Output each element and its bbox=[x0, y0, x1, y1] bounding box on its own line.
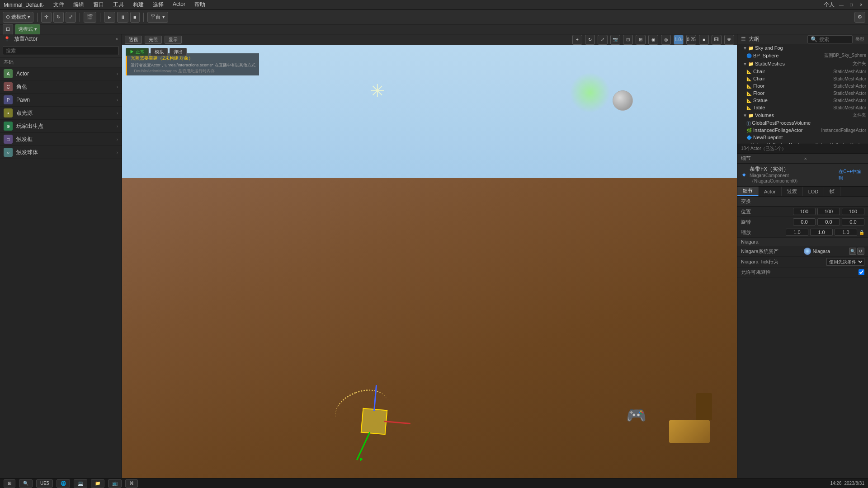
tab-lod[interactable]: LOD bbox=[803, 187, 825, 196]
niagara-reset-btn[interactable]: ↺ bbox=[857, 248, 864, 255]
viewport-lit-btn[interactable]: 光照 bbox=[145, 36, 162, 44]
tree-item-floor-2[interactable]: 📐 Floor StaticMeshActor bbox=[737, 89, 868, 97]
trigger-box-item[interactable]: □ 触发框 › bbox=[0, 133, 122, 146]
play-button[interactable]: ► bbox=[104, 12, 115, 23]
location-y-value[interactable]: 100 bbox=[817, 208, 840, 215]
pawn-item[interactable]: P Pawn › bbox=[0, 94, 122, 107]
snap-value-btn[interactable]: 选模式 ▾ bbox=[15, 24, 40, 35]
viewport-icon-stat[interactable]: 1.0₇ bbox=[674, 35, 684, 45]
viewport-icon-film[interactable]: 🎞 bbox=[712, 35, 722, 45]
cpp-link[interactable]: 在C++中编辑 bbox=[839, 169, 864, 181]
actor-arrow-icon: › bbox=[117, 71, 118, 76]
tree-item-chair-1[interactable]: 📐 Chair StaticMeshActor bbox=[737, 68, 868, 75]
character-item[interactable]: C 角色 › bbox=[0, 80, 122, 94]
menu-edit[interactable]: 编辑 bbox=[71, 0, 86, 9]
transform-move-btn[interactable]: ✛ bbox=[41, 12, 52, 23]
viewport-icon-camera[interactable]: 📷 bbox=[610, 35, 620, 45]
stop-button[interactable]: ■ bbox=[130, 12, 140, 23]
snap-btn[interactable]: ⊡ bbox=[3, 24, 13, 35]
taskbar-start-btn[interactable]: ⊞ bbox=[4, 479, 15, 488]
maximize-button[interactable]: □ bbox=[848, 2, 854, 8]
tree-item-newblueprint[interactable]: 🔷 NewBlueprint bbox=[737, 134, 868, 141]
taskbar-search[interactable]: 🔍 bbox=[19, 479, 33, 488]
tree-item-staticmeshes[interactable]: ▼ 📁 StaticMeshes 文件夹 bbox=[737, 60, 868, 68]
details-close-button[interactable]: × bbox=[804, 156, 865, 161]
menu-build[interactable]: 构建 bbox=[131, 0, 146, 9]
outliner-search-input[interactable] bbox=[819, 37, 851, 42]
taskbar-code[interactable]: 💻 bbox=[74, 479, 87, 488]
rotation-x-value[interactable]: 0.0 bbox=[793, 218, 816, 225]
viewport-perspective-btn[interactable]: 透视 bbox=[125, 36, 142, 44]
scale-z-value[interactable]: 1.0 bbox=[835, 229, 857, 236]
viewport-icon-rotate[interactable]: ↻ bbox=[585, 35, 595, 45]
viewport-eject-button[interactable]: 弹出 bbox=[170, 48, 187, 56]
location-x-value[interactable]: 100 bbox=[793, 208, 816, 215]
lock-icon: 🔒 bbox=[859, 230, 864, 235]
tree-item-floor-1[interactable]: 📐 Floor StaticMeshActor bbox=[737, 82, 868, 89]
actor-label: Actor bbox=[16, 70, 113, 77]
actor-item[interactable]: A Actor › bbox=[0, 67, 122, 80]
mode-icon: ⊕ bbox=[6, 14, 10, 20]
scale-x-value[interactable]: 1.0 bbox=[786, 229, 808, 236]
menu-file[interactable]: 文件 bbox=[52, 0, 66, 9]
location-z-value[interactable]: 100 bbox=[842, 208, 864, 215]
close-button[interactable]: × bbox=[858, 2, 864, 8]
platform-dropdown[interactable]: 平台 ▾ bbox=[147, 12, 168, 23]
tree-item-postprocess[interactable]: ◫ GlobalPostProcessVolume bbox=[737, 119, 868, 127]
viewport-icon-translate[interactable]: + bbox=[572, 35, 582, 45]
viewport-icon-settings[interactable]: 0.25 bbox=[686, 35, 696, 45]
tree-item-sky-fog[interactable]: ▼ 📁 Sky and Fog bbox=[737, 44, 868, 52]
player-start-item[interactable]: ⊕ 玩家出生点 › bbox=[0, 120, 122, 133]
mode-button[interactable]: ⊕ 选模式 ▾ bbox=[3, 12, 33, 23]
tree-item-foliage[interactable]: 🌿 InstancedFoliageActor InstancedFoliage… bbox=[737, 127, 868, 134]
tree-item-chair-2[interactable]: 📐 Chair StaticMeshActor bbox=[737, 75, 868, 82]
point-light-item[interactable]: • 点光源 › bbox=[0, 107, 122, 120]
taskbar-explorer[interactable]: 📁 bbox=[91, 479, 104, 488]
niagara-tick-dropdown[interactable]: 使用先决条件 bbox=[826, 258, 864, 266]
tab-transition[interactable]: 过渡 bbox=[782, 187, 803, 196]
menu-actor[interactable]: Actor bbox=[171, 0, 187, 9]
viewport-icon-maximize[interactable]: ⊡ bbox=[623, 35, 633, 45]
minimize-button[interactable]: — bbox=[838, 2, 844, 8]
tab-frame[interactable]: 帧 bbox=[824, 187, 840, 196]
viewport-play-controls: ▶ 正常 模拟 弹出 bbox=[126, 48, 187, 56]
left-search-input[interactable] bbox=[3, 46, 119, 55]
taskbar-chrome[interactable]: 🌐 bbox=[57, 479, 70, 488]
tab-details[interactable]: 细节 bbox=[737, 187, 759, 196]
viewport-show-btn[interactable]: 显示 bbox=[165, 36, 182, 44]
menu-tools[interactable]: 工具 bbox=[111, 0, 126, 9]
rotation-y-value[interactable]: 0.0 bbox=[817, 218, 840, 225]
viewport-icon-snap[interactable]: ◉ bbox=[648, 35, 658, 45]
transform-scale-btn[interactable]: ⤢ bbox=[66, 12, 76, 23]
transform-rotate-btn[interactable]: ↻ bbox=[53, 12, 64, 23]
tree-item-table[interactable]: 📐 Table StaticMeshActor bbox=[737, 104, 868, 111]
tree-item-statue[interactable]: 📐 Statue StaticMeshActor bbox=[737, 97, 868, 104]
place-actor-close[interactable]: × bbox=[115, 37, 118, 42]
menu-select[interactable]: 选择 bbox=[151, 0, 165, 9]
camera-btn[interactable]: 🎬 bbox=[84, 12, 96, 23]
menu-window[interactable]: 窗口 bbox=[91, 0, 106, 9]
settings-button[interactable]: ⚙ bbox=[854, 12, 865, 23]
scale-y-value[interactable]: 1.0 bbox=[810, 229, 833, 236]
scalability-checkbox[interactable] bbox=[859, 269, 864, 275]
viewport-icon-eye[interactable]: 👁 bbox=[724, 35, 734, 45]
rotation-z-value[interactable]: 0.0 bbox=[842, 218, 864, 225]
tree-item-bp-sphere[interactable]: 🔵 BP_Sphere 蓝图BP_Sky_Sphere bbox=[737, 52, 868, 60]
tree-item-volumes[interactable]: ▼ 📁 Volumes 文件夹 bbox=[737, 111, 868, 119]
viewport-play-button[interactable]: ▶ 正常 bbox=[126, 48, 149, 56]
viewport-canvas[interactable]: ✳ 🎮 bbox=[122, 45, 737, 488]
niagara-browse-btn[interactable]: 🔍 bbox=[849, 248, 856, 255]
viewport-icon-realtime[interactable]: ■ bbox=[699, 35, 709, 45]
taskbar-ue5[interactable]: UE5 bbox=[36, 479, 53, 488]
viewport-icon-snap2[interactable]: ◎ bbox=[661, 35, 671, 45]
viewport-icon-grid[interactable]: ⊞ bbox=[636, 35, 646, 45]
tab-actor[interactable]: Actor bbox=[759, 187, 782, 196]
taskbar-cmd[interactable]: ⌘ bbox=[125, 479, 138, 488]
menu-help[interactable]: 帮助 bbox=[193, 0, 207, 9]
simulate-button[interactable]: ⏸ bbox=[117, 12, 128, 23]
trigger-sphere-item[interactable]: ○ 触发球体 › bbox=[0, 146, 122, 159]
viewport-simulate-button[interactable]: 模拟 bbox=[151, 48, 168, 56]
taskbar-obs[interactable]: 📺 bbox=[108, 479, 122, 488]
app-title: Minimal_Default- bbox=[4, 2, 44, 8]
viewport-icon-scale[interactable]: ⤢ bbox=[598, 35, 608, 45]
